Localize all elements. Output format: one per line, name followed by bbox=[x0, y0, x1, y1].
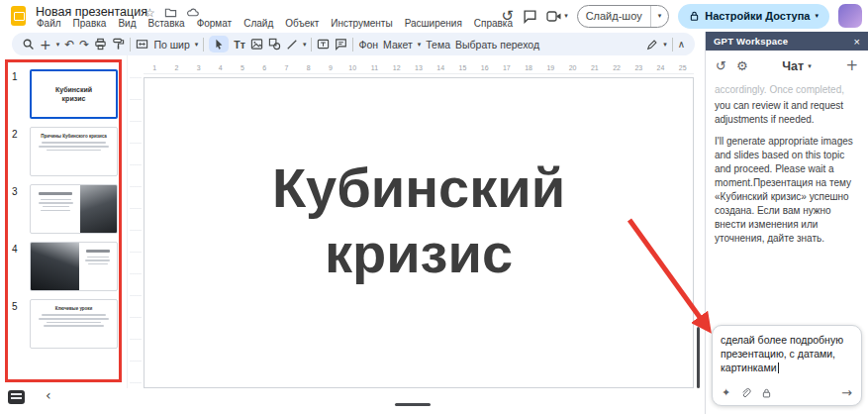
laser-caret-icon[interactable]: ▾ bbox=[663, 41, 667, 49]
chat-tab[interactable]: Чат ▾ bbox=[782, 59, 811, 73]
search-icon[interactable] bbox=[22, 38, 35, 51]
new-slide-button[interactable]: + bbox=[40, 38, 51, 52]
ruler-number: 7 bbox=[275, 64, 297, 73]
insert-image-icon[interactable] bbox=[250, 38, 263, 51]
camera-caret-icon[interactable]: ▾ bbox=[564, 12, 568, 20]
ruler-number: 8 bbox=[298, 64, 320, 73]
slide-number: 5 bbox=[12, 301, 18, 312]
paint-format-icon[interactable] bbox=[112, 38, 125, 51]
slides-logo-icon[interactable] bbox=[11, 6, 26, 26]
menu-item[interactable]: Вид bbox=[115, 17, 139, 30]
ruler-number: 25 bbox=[672, 64, 694, 73]
layout-button[interactable]: Макет bbox=[383, 39, 413, 51]
collapse-toolbar-icon[interactable]: ∧ bbox=[678, 40, 685, 50]
undo-icon[interactable]: ↶ bbox=[64, 39, 74, 51]
ruler-number: 17 bbox=[496, 64, 518, 73]
titlebar-actions: ↺ ▾ Слайд-шоу ▾ Настройки Доступа ▾ bbox=[502, 2, 862, 30]
send-icon[interactable]: → bbox=[841, 386, 852, 399]
gpt-workspace-panel: GPT Workspace × ↺ ⚙ Чат ▾ + accordingly.… bbox=[705, 32, 868, 414]
ruler-number: 11 bbox=[363, 64, 385, 73]
slide-thumbnail-1[interactable]: Кубинский кризис bbox=[30, 69, 118, 119]
menu-item[interactable]: Вставка bbox=[145, 17, 187, 30]
avatar[interactable] bbox=[838, 4, 862, 28]
slide-canvas[interactable]: Кубинский кризис bbox=[144, 77, 694, 388]
insert-line-icon[interactable] bbox=[286, 39, 298, 51]
ruler-number: 13 bbox=[408, 64, 430, 73]
gpt-panel-header: GPT Workspace × bbox=[706, 32, 868, 51]
chat-message: accordingly. Once completed, bbox=[715, 83, 859, 97]
horizontal-scrollbar[interactable] bbox=[395, 403, 431, 406]
zoom-fit-caret-icon[interactable]: ▾ bbox=[195, 41, 199, 49]
background-button[interactable]: Фон bbox=[358, 39, 378, 51]
chat-history-icon[interactable]: ↺ bbox=[716, 59, 726, 72]
share-caret-icon[interactable]: ▾ bbox=[815, 12, 819, 20]
ruler-number: 14 bbox=[430, 64, 451, 73]
ruler-number: 15 bbox=[451, 64, 473, 73]
thumbnail-title: Кубинский кризис bbox=[32, 71, 116, 117]
insert-textbox-icon[interactable] bbox=[317, 38, 330, 51]
menu-item[interactable]: Расширения bbox=[402, 17, 465, 30]
line-caret-icon[interactable]: ▾ bbox=[303, 41, 307, 49]
ruler-number: 16 bbox=[474, 64, 496, 73]
laser-pointer-icon[interactable] bbox=[646, 39, 658, 51]
slide-thumbnail-5[interactable]: Ключевые уроки bbox=[30, 299, 118, 349]
transition-button[interactable]: Выбрать переход bbox=[455, 39, 539, 51]
thumbnail-text-placeholder bbox=[79, 243, 117, 290]
chat-input[interactable]: сделай более подробную презентацию, с да… bbox=[712, 325, 862, 406]
redo-icon[interactable]: ↷ bbox=[79, 39, 89, 51]
select-tool-button[interactable] bbox=[209, 36, 229, 52]
toolbar-divider bbox=[311, 38, 312, 52]
toolbar-divider bbox=[672, 38, 673, 52]
fit-width-icon[interactable] bbox=[136, 38, 148, 51]
menu-item[interactable]: Инструменты bbox=[328, 17, 395, 30]
ruler-number: 4 bbox=[210, 64, 232, 73]
chevron-left-icon[interactable]: ‹ bbox=[46, 388, 51, 402]
thumbnail-photo bbox=[80, 185, 117, 233]
vertical-scrollbar[interactable] bbox=[697, 327, 700, 388]
attach-icon[interactable] bbox=[740, 387, 751, 399]
ruler-number: 3 bbox=[187, 64, 209, 73]
magic-wand-icon[interactable]: ✦ bbox=[722, 387, 730, 398]
slide-number: 1 bbox=[12, 71, 18, 82]
toolbar-divider bbox=[130, 38, 131, 52]
slide-number: 4 bbox=[12, 244, 18, 255]
chat-tab-caret-icon: ▾ bbox=[808, 62, 812, 70]
thumbnail-title: Ключевые уроки bbox=[37, 306, 111, 311]
slide-thumbnail-3[interactable] bbox=[30, 184, 118, 234]
chat-message: you can review it and request adjustment… bbox=[715, 99, 859, 127]
privacy-lock-icon[interactable] bbox=[761, 387, 772, 399]
new-slide-caret-icon[interactable]: ▾ bbox=[56, 41, 60, 49]
meet-camera-icon[interactable]: ▾ bbox=[546, 10, 568, 23]
menu-item[interactable]: Объект bbox=[282, 17, 322, 30]
new-chat-icon[interactable]: + bbox=[845, 58, 858, 73]
slide-thumbnail-2[interactable]: Причины Кубинского кризиса bbox=[30, 127, 118, 176]
menu-item[interactable]: Формат bbox=[194, 17, 236, 30]
theme-button[interactable]: Тема bbox=[426, 39, 450, 51]
menu-item[interactable]: Слайд bbox=[241, 17, 276, 30]
ruler-number: 19 bbox=[539, 64, 561, 73]
lock-icon bbox=[689, 10, 700, 22]
comment-icon[interactable] bbox=[523, 9, 537, 24]
print-icon[interactable] bbox=[94, 38, 107, 51]
slide-number: 2 bbox=[12, 129, 18, 140]
menu-item[interactable]: Файл bbox=[34, 17, 64, 30]
slideshow-button[interactable]: Слайд-шоу ▾ bbox=[577, 5, 670, 28]
slide-thumbnail-4[interactable] bbox=[30, 242, 118, 291]
menu-item[interactable]: Правка bbox=[70, 17, 110, 30]
filmstrip-toggle-icon[interactable] bbox=[8, 390, 25, 404]
insert-comment-icon[interactable] bbox=[335, 38, 347, 51]
ruler-number: 1 bbox=[144, 64, 165, 73]
version-history-icon[interactable]: ↺ bbox=[502, 9, 515, 24]
slide-title-text[interactable]: Кубинский кризис bbox=[206, 155, 631, 286]
insert-shape-icon[interactable] bbox=[268, 38, 281, 51]
ruler-number: 12 bbox=[386, 64, 408, 73]
close-icon[interactable]: × bbox=[854, 36, 860, 48]
share-button[interactable]: Настройки Доступа ▾ bbox=[678, 4, 829, 29]
ruler-number: 21 bbox=[584, 64, 606, 73]
gear-icon[interactable]: ⚙ bbox=[736, 59, 748, 72]
layout-caret-icon[interactable]: ▾ bbox=[418, 41, 422, 49]
zoom-fit-label[interactable]: По шир bbox=[153, 39, 189, 51]
ruler-number: 5 bbox=[232, 64, 253, 73]
slideshow-caret-icon[interactable]: ▾ bbox=[651, 12, 669, 20]
text-box-tool[interactable]: Тт bbox=[234, 39, 245, 51]
